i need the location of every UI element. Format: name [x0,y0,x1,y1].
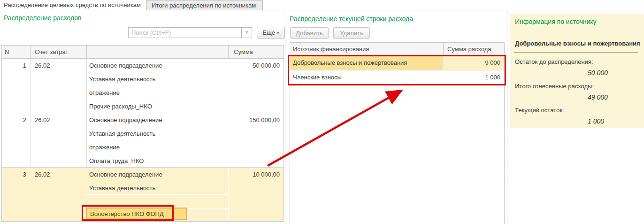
tab-totals-by-source[interactable]: Итоги распределения по источникам [146,0,263,10]
add-button[interactable]: Добавить [290,27,329,39]
amount-cell[interactable]: 50 000,00 [228,59,284,72]
subconto-line[interactable]: Уставная деятельность [86,181,228,195]
table-row[interactable]: 2 26.02 Основное подразделение Уставная … [2,113,284,168]
label-total-allocated: Итого отнесенные расходы: [515,83,594,90]
subconto-line[interactable]: Основное подразделение [86,168,228,181]
current-cell-volunteering[interactable]: Волонтерство НКО ФОНД [86,208,187,220]
expenses-table: N Счет затрат Сумма 1 26.02 Основное под… [1,45,284,222]
chevron-down-icon: ▾ [277,28,279,39]
tab-distribution-by-source[interactable]: Распределение целевых средств по источни… [0,0,146,11]
analytics-cell[interactable]: Основное подразделение Уставная деятельн… [86,59,228,113]
expense-amount-cell[interactable]: 9 000 [443,56,504,70]
tab-bar: Распределение целевых средств по источни… [0,0,644,10]
subconto-line[interactable]: Основное подразделение [86,113,228,127]
col-header-amount[interactable]: Сумма [228,46,284,58]
subconto-line[interactable]: отражение [86,140,228,154]
analytics-cell[interactable]: Основное подразделение Уставная деятельн… [86,168,228,209]
col-header-account[interactable]: Счет затрат [30,46,86,58]
delete-button[interactable]: Удалить [333,27,370,39]
cost-account[interactable]: 26.02 [30,59,86,72]
amount-cell[interactable]: 10 000,00 [228,168,284,181]
row-number: 1 [2,59,30,72]
table-row-selected[interactable]: 3 26.02 Основное подразделение Уставная … [2,168,284,221]
row-number: 2 [2,113,30,127]
subconto-line[interactable]: Уставная деятельность [86,127,228,140]
info-source-name: Добровольные взносы и пожертвования [515,40,640,47]
amount-cell[interactable]: 150 000,00 [228,113,284,127]
search-clear-icon[interactable]: × [241,27,252,38]
col-header-description[interactable] [86,46,228,58]
panel-splitter-left[interactable] [285,12,287,224]
divider [514,52,638,53]
label-balance-before: Остаток до распределения: [515,58,593,65]
col-header-expense-amount[interactable]: Сумма расхода [443,43,504,55]
cost-account[interactable]: 26.02 [30,168,86,181]
source-row-selected[interactable]: Добровольные взносы и пожертвования 9 00… [290,56,504,70]
subconto-line[interactable]: Прочие расходы_НКО [86,100,228,113]
row-number: 3 [2,168,30,181]
subconto-line[interactable]: Оплата труда_НКО [86,154,228,168]
middle-panel-title: Распределение текущей строки расхода [290,15,413,23]
subconto-line[interactable]: отражение [86,86,228,100]
expenses-table-header: N Счет затрат Сумма [2,46,284,59]
value-total-allocated: 49 000 [588,93,608,101]
source-row[interactable]: Членские взносы 1 000 [290,70,504,85]
subconto-line[interactable] [86,195,228,209]
value-balance-before: 50 000 [588,69,608,77]
info-panel-title: Информация по источнику [515,18,597,25]
distribution-table-header: Источник финансирования Сумма расхода [290,43,504,56]
more-button-label: Еще [263,29,275,36]
label-current-balance: Текущий остаток: [515,107,564,114]
panel-splitter-right[interactable] [507,12,509,224]
left-panel-title: Распределение расходов [4,14,81,22]
col-header-n[interactable]: N [2,46,30,58]
expense-amount-cell[interactable]: 1 000 [443,70,504,84]
funding-source-cell[interactable]: Членские взносы [290,70,443,84]
source-info-panel: Информация по источнику Добровольные взн… [510,14,644,128]
subconto-line[interactable]: Уставная деятельность [86,72,228,86]
table-row[interactable]: 1 26.02 Основное подразделение Уставная … [2,59,284,113]
subconto-line[interactable]: Основное подразделение [86,59,228,72]
distribution-table: Источник финансирования Сумма расхода До… [290,42,505,224]
col-header-funding-source[interactable]: Источник финансирования [290,43,443,55]
analytics-cell[interactable]: Основное подразделение Уставная деятельн… [86,113,228,168]
cost-account[interactable]: 26.02 [30,113,86,127]
value-current-balance: 1 000 [588,117,604,125]
more-button[interactable]: Еще▾ [257,27,285,39]
search-input[interactable] [128,27,242,38]
funding-source-cell[interactable]: Добровольные взносы и пожертвования [290,56,443,70]
